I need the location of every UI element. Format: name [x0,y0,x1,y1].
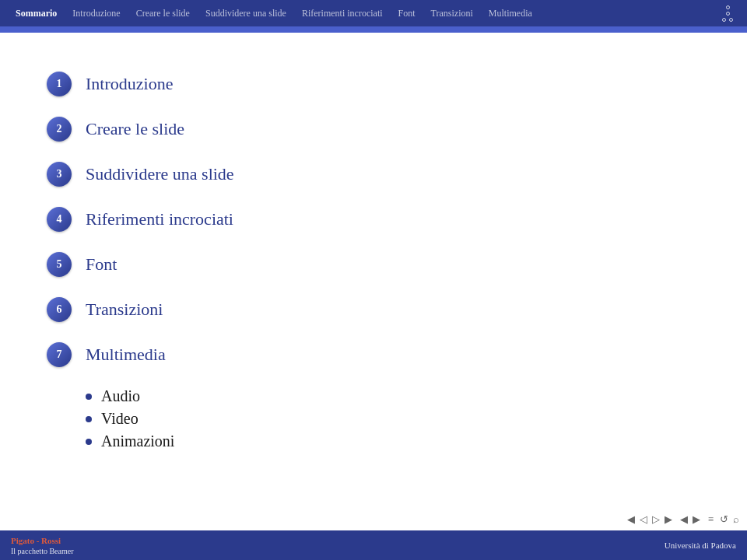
dot-1 [726,5,730,9]
nav-section-prev-icon[interactable]: ◀ [680,513,688,526]
toc-number-5: 5 [47,252,72,277]
toc-label-1: Introduzione [86,74,173,94]
nav-item-creare-le-slide[interactable]: Creare le slide [128,0,198,26]
dot-4 [729,18,733,22]
toc-label-6: Transizioni [86,299,163,320]
nav-dots-decoration [722,5,739,22]
nav-prev-right-icon[interactable]: ▷ [652,513,660,526]
toc-item-5: 5 Font [47,252,700,277]
toc-label-2: Creare le slide [86,119,184,139]
toc-number-3: 3 [47,162,72,187]
toc-label-7: Multimedia [86,345,166,365]
nav-zoom-icon[interactable]: ⌕ [733,513,739,526]
nav-item-multimedia[interactable]: Multimedia [481,0,540,26]
navigation-controls: ◀ ◁ ▷ ▶ ◀ ▶ ≡ ↺ ⌕ [627,513,739,526]
footer-left: Pigato - Rossi Il pacchetto Beamer [11,536,74,555]
nav-align-icon[interactable]: ≡ [708,513,714,526]
main-content: 1 Introduzione 2 Creare le slide 3 Suddi… [0,33,747,517]
footer-subtitle: Il pacchetto Beamer [11,547,74,555]
nav-prev-left-icon[interactable]: ◀ [627,513,635,526]
toc-label-3: Suddividere una slide [86,164,234,184]
toc-subitem-animazioni: Animazioni [86,432,700,450]
bullet-audio [86,394,92,400]
bullet-animazioni [86,439,92,445]
nav-item-introduzione[interactable]: Introduzione [65,0,128,26]
toc-subitem-audio: Audio [86,387,700,405]
footer: Pigato - Rossi Il pacchetto Beamer Unive… [0,530,747,560]
toc-number-7: 7 [47,342,72,367]
toc-item-3: 3 Suddividere una slide [47,162,700,187]
nav-section-next-icon[interactable]: ▶ [693,513,700,526]
nav-item-sommario[interactable]: Sommario [8,0,65,26]
toc-number-1: 1 [47,72,72,96]
toc-item-6: 6 Transizioni [47,297,700,322]
nav-item-font[interactable]: Font [391,0,423,26]
top-navigation: Sommario Introduzione Creare le slide Su… [0,0,747,26]
footer-author: Pigato - Rossi [11,536,74,545]
toc-item-7-wrapper: 7 Multimedia Audio Video Animazioni [47,342,700,450]
nav-right-icon[interactable]: ▶ [665,513,672,526]
nav-search-icon[interactable]: ↺ [720,513,728,526]
accent-bar [0,26,747,33]
bullet-video [86,416,92,422]
nav-item-riferimenti[interactable]: Riferimenti incrociati [294,0,391,26]
toc-subitems-multimedia: Audio Video Animazioni [86,387,700,450]
nav-item-transizioni[interactable]: Transizioni [423,0,481,26]
toc-item-4: 4 Riferimenti incrociati [47,207,700,232]
toc-sublabel-animazioni: Animazioni [101,432,174,450]
toc-label-5: Font [86,254,117,275]
dot-2 [726,12,730,16]
footer-university: Università di Padova [665,541,736,550]
toc-number-2: 2 [47,117,72,142]
dot-3 [722,18,726,22]
toc-number-6: 6 [47,297,72,322]
nav-item-suddividere[interactable]: Suddividere una slide [198,0,294,26]
toc-item-2: 2 Creare le slide [47,117,700,142]
toc-subitem-video: Video [86,410,700,428]
nav-left-icon[interactable]: ◁ [640,513,647,526]
toc-item-1: 1 Introduzione [47,72,700,96]
toc-label-4: Riferimenti incrociati [86,209,233,229]
toc-sublabel-audio: Audio [101,387,140,405]
toc-number-4: 4 [47,207,72,232]
toc-sublabel-video: Video [101,410,139,428]
toc-item-7: 7 Multimedia [47,342,700,367]
